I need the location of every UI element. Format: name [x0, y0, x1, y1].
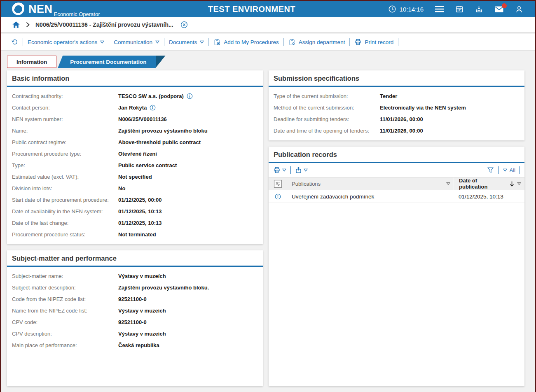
field-value: Otevřené řízení: [118, 151, 157, 157]
field-row: Date and time of the opening of tenders:…: [269, 125, 524, 136]
column-header-date-of-publication[interactable]: Date of publication: [454, 177, 524, 190]
field-label: Deadline for submitting tenders:: [274, 116, 380, 122]
field-value: Výstavy v muzeích: [118, 308, 166, 314]
export-icon: [295, 166, 302, 174]
tab-procurement-documentation[interactable]: Procurement Documentation: [58, 56, 165, 68]
field-label: Procurement procedure type:: [12, 151, 118, 157]
field-row: Start date of the procurement procedure:…: [7, 194, 263, 205]
field-row: Name from the NIPEZ code list:Výstavy v …: [7, 305, 263, 316]
field-value: 01/12/2025, 00:00: [118, 197, 162, 203]
field-row: Deadline for submitting tenders:11/01/20…: [269, 113, 524, 125]
print-dropdown-button[interactable]: [273, 166, 286, 174]
show-all-filter-button[interactable]: All: [503, 167, 515, 173]
field-label: Name:: [12, 128, 118, 134]
field-value: 01/12/2025, 10:13: [118, 220, 162, 226]
environment-title: TEST ENVIRONMENT: [208, 5, 295, 14]
top-header: NEN Economic Operator TEST ENVIRONMENT 1…: [1, 1, 535, 17]
right-column: Submission specifications Type of the cu…: [269, 70, 524, 386]
field-value: 01/12/2025, 10:13: [118, 208, 162, 215]
breadcrumb-chevron-icon: [26, 22, 30, 28]
messages-button[interactable]: [494, 5, 504, 13]
toolbar-label: Print record: [365, 39, 393, 45]
brand-name: NEN: [28, 4, 53, 15]
refresh-icon: [11, 39, 18, 46]
field-label: Type:: [12, 162, 118, 168]
table-settings-icon: [274, 180, 282, 188]
field-label: Type of the current submission:: [274, 93, 380, 99]
app-frame: NEN Economic Operator TEST ENVIRONMENT 1…: [0, 0, 536, 392]
export-dropdown-button[interactable]: [295, 166, 308, 174]
toolbar-documents[interactable]: Documents: [164, 39, 208, 45]
tab-information[interactable]: Information: [7, 56, 56, 68]
toolbar-label: Add to My Procedures: [224, 39, 279, 45]
field-row: Contact person:Jan Rokyta: [7, 102, 263, 113]
field-row: Contracting authority:TESCO SW a.s. (pod…: [7, 90, 263, 102]
table-settings-cell[interactable]: [269, 177, 287, 190]
filter-caret-icon[interactable]: [517, 182, 521, 185]
field-row: Procurement procedure type:Otevřené říze…: [7, 148, 263, 159]
field-row: Subject-matter name:Výstavy v muzeích: [7, 270, 263, 282]
field-list: Type of the current submission:TenderMet…: [269, 87, 524, 140]
menu-button[interactable]: [435, 5, 444, 13]
table-header-row: Publications Date of publication: [269, 177, 524, 190]
sort-descending-icon[interactable]: [509, 181, 515, 187]
field-row: Subject-matter description:Zajištění pro…: [7, 282, 263, 293]
publications-toolbar: All: [269, 163, 524, 177]
field-row: Name:Zajištění provozu výstavního bloku: [7, 125, 263, 136]
home-icon: [12, 21, 20, 28]
chevron-down-icon: [155, 40, 159, 44]
toolbar-add-to-my-procedures[interactable]: Add to My Procedures: [209, 38, 283, 46]
downloads-button[interactable]: [475, 5, 483, 13]
brand-text: NEN Economic Operator: [28, 4, 100, 15]
clock-time: 10:14:16: [400, 6, 424, 13]
field-label: Estimated value (excl. VAT):: [12, 174, 118, 180]
toolbar-label: Assign department: [299, 39, 345, 45]
basic-information-section: Basic information Contracting authority:…: [7, 70, 263, 244]
field-label: Name from the NIPEZ code list:: [12, 308, 118, 314]
home-button[interactable]: [12, 21, 20, 28]
field-value: 92521100-0: [118, 296, 147, 302]
field-row: Code from the NIPEZ code list:92521100-0: [7, 293, 263, 305]
toolbar-assign-department[interactable]: Assign department: [284, 38, 350, 46]
calendar-button[interactable]: [455, 5, 463, 13]
column-header-publications[interactable]: Publications: [287, 177, 454, 190]
user-profile-button[interactable]: [515, 5, 523, 14]
toolbar-communication[interactable]: Communication: [109, 39, 164, 45]
table-row[interactable]: Uveřejnění zadávacích podmínek01/12/2025…: [269, 190, 524, 203]
close-record-button[interactable]: [180, 21, 188, 29]
field-label: CPV code:: [12, 319, 118, 325]
table-body: Uveřejnění zadávacích podmínek01/12/2025…: [269, 190, 524, 203]
field-value: TESCO SW a.s. (podpora): [118, 93, 184, 99]
field-list: Subject-matter name:Výstavy v muzeíchSub…: [7, 267, 263, 355]
field-row: Procurement procedure status:Not termina…: [7, 229, 263, 240]
field-value: Zajištění provozu výstavního bloku.: [118, 285, 209, 291]
field-list: Contracting authority:TESCO SW a.s. (pod…: [7, 87, 263, 244]
field-row: Public contract regime:Above-threshold p…: [7, 136, 263, 148]
field-row: Method of the current submission:Electro…: [269, 102, 524, 113]
field-value: No: [118, 185, 125, 191]
field-label: Method of the current submission:: [274, 105, 380, 111]
show-all-label: All: [510, 167, 515, 173]
toolbar-refresh[interactable]: [7, 39, 23, 46]
printer-icon: [354, 38, 362, 46]
field-value: Not specified: [118, 174, 152, 180]
toolbar-print-record[interactable]: Print record: [350, 38, 398, 46]
info-icon[interactable]: [274, 193, 281, 200]
toolbar-economic-operators-actions[interactable]: Economic operator's actions: [23, 39, 109, 45]
field-row: Type of the current submission:Tender: [269, 90, 524, 102]
field-value: Jan Rokyta: [118, 105, 147, 111]
info-icon[interactable]: [186, 93, 193, 100]
header-actions: 10:14:16: [388, 5, 535, 14]
field-value: Zajištění provozu výstavního bloku: [118, 128, 208, 134]
chevron-down-icon: [282, 168, 286, 172]
section-title: Publication records: [269, 147, 524, 163]
filter-button[interactable]: [487, 166, 494, 174]
action-toolbar: Economic operator's actionsCommunication…: [1, 34, 535, 51]
info-icon[interactable]: [149, 104, 156, 111]
column-label: Publications: [292, 181, 446, 187]
field-row: CPV description:Výstavy v muzeích: [7, 328, 263, 339]
field-label: Start date of the procurement procedure:: [12, 197, 118, 203]
field-label: CPV description:: [12, 331, 118, 337]
download-tray-icon: [475, 5, 483, 13]
filter-caret-icon[interactable]: [446, 182, 450, 185]
